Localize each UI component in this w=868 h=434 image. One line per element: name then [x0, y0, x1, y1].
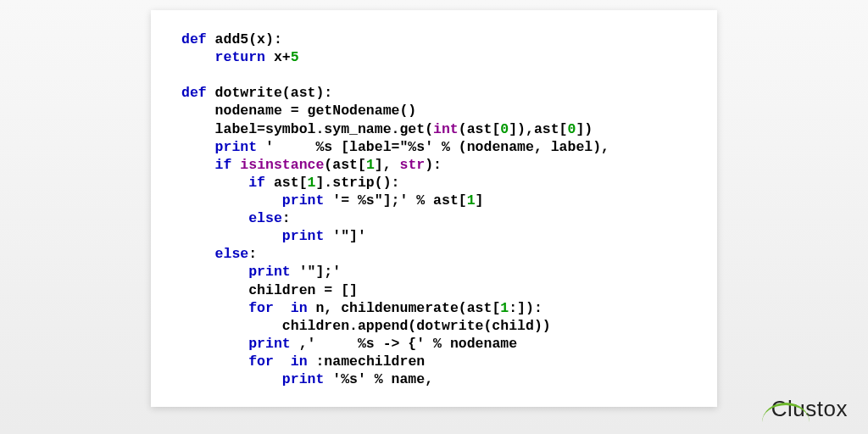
code-token: 0 [500, 121, 509, 137]
code-line: print '"]' [181, 228, 366, 244]
code-token: % (nodename, label), [433, 139, 609, 155]
code-token: 1 [366, 157, 375, 173]
code-token: ' %s -> {' [308, 336, 426, 352]
code-line: def add5(x): [181, 31, 282, 47]
code-line: print '= %s"];' % ast[1] [181, 192, 484, 209]
code-token: int [433, 121, 459, 137]
code-line: if ast[1].strip(): [181, 175, 399, 191]
code-line: def dotwrite(ast): [181, 85, 332, 101]
code-token: isinstance [240, 157, 324, 173]
code-token: ]),ast[ [509, 121, 567, 137]
clustox-logo: Clustox [765, 396, 848, 422]
code-token: ], [375, 157, 400, 173]
code-token [324, 371, 332, 387]
code-token [324, 228, 332, 244]
code-token: (ast[ [324, 157, 366, 173]
code-token: label=symbol.sym_name.get( [215, 121, 433, 137]
code-token: 5 [291, 49, 299, 65]
code-token: '"]' [332, 228, 366, 244]
code-token: children = [] [248, 282, 358, 298]
code-token: :]): [509, 300, 542, 316]
code-token: else [215, 246, 249, 262]
code-token: x+ [274, 49, 291, 65]
code-line: print ,' %s -> {' % nodename [181, 336, 517, 352]
code-token: in [291, 353, 308, 370]
code-token [274, 300, 291, 316]
code-token: print [248, 336, 291, 352]
code-line: return x+5 [181, 49, 299, 65]
code-line: for in n, childenumerate(ast[1:]): [181, 300, 542, 316]
code-token: children.append(dotwrite(child)) [282, 318, 551, 334]
code-token: ' %s [label="%s' [265, 139, 433, 155]
code-token: , [291, 336, 308, 352]
code-token: for [248, 300, 274, 316]
code-line: else: [181, 246, 257, 262]
code-line: else: [181, 210, 291, 226]
code-line: for in :namechildren [181, 353, 425, 370]
code-token: return [215, 49, 265, 65]
code-token: print [215, 139, 258, 155]
code-token: print [282, 192, 325, 209]
code-token: 1 [308, 175, 316, 191]
code-line: print ' %s [label="%s' % (nodename, labe… [181, 139, 609, 155]
code-token: if [248, 175, 274, 191]
code-token: def [181, 85, 215, 101]
code-line: print '%s' % name, [181, 371, 433, 387]
code-token: :namechildren [315, 353, 425, 370]
code-line: label=symbol.sym_name.get(int(ast[0]),as… [181, 121, 593, 137]
code-token: if [215, 157, 241, 173]
code-token: nodename = getNodename() [215, 103, 417, 119]
code-token: % nodename [425, 336, 517, 352]
code-token: n, childenumerate(ast[ [315, 300, 500, 316]
code-token [291, 264, 299, 280]
code-card: def add5(x): return x+5 def dotwrite(ast… [151, 10, 717, 407]
code-token: print [282, 228, 325, 244]
code-token: for [248, 353, 274, 370]
code-token: ].strip(): [315, 175, 399, 191]
code-token [265, 49, 274, 65]
code-token: '%s' [332, 371, 366, 387]
code-token: 1 [467, 192, 476, 209]
code-token: 0 [568, 121, 576, 137]
code-token: print [282, 371, 325, 387]
code-token [257, 139, 265, 155]
code-token: '= %s"];' [332, 192, 408, 209]
code-line: if isinstance(ast[1], str): [181, 157, 442, 173]
code-line: nodename = getNodename() [181, 103, 416, 119]
code-token: (ast[ [459, 121, 501, 137]
code-token: : [282, 210, 291, 226]
code-token: ] [476, 192, 484, 209]
code-token: % name, [366, 371, 433, 387]
code-token: dotwrite(ast): [215, 85, 333, 101]
code-token: '"];' [299, 264, 342, 280]
code-line: children.append(dotwrite(child)) [181, 318, 551, 334]
code-token: : [248, 246, 257, 262]
code-token: else [248, 210, 282, 226]
code-token: str [400, 157, 426, 173]
code-block: def add5(x): return x+5 def dotwrite(ast… [181, 31, 687, 388]
code-token: ast[ [274, 175, 308, 191]
code-token: 1 [500, 300, 509, 316]
code-line: children = [] [181, 282, 358, 298]
code-token: ): [425, 157, 442, 173]
code-token [308, 300, 316, 316]
code-token: def [181, 31, 215, 47]
code-token: ]) [576, 121, 593, 137]
code-token: print [248, 264, 291, 280]
code-token: add5(x): [215, 31, 282, 47]
code-token: % ast[ [408, 192, 466, 209]
code-token [308, 353, 316, 370]
code-token [324, 192, 332, 209]
code-line: print '"];' [181, 264, 341, 280]
code-token: in [291, 300, 308, 316]
code-token [274, 353, 291, 370]
